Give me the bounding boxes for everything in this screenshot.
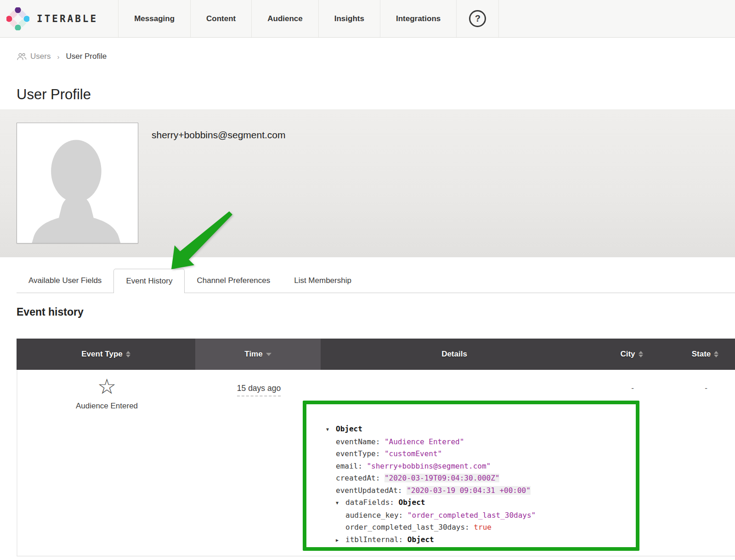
json-value: true	[474, 523, 492, 532]
nav-items: MessagingContentAudienceInsightsIntegrat…	[118, 0, 456, 37]
event-details-json: ▼ObjecteventName: "Audience Entered"even…	[306, 404, 636, 546]
json-line: eventName: "Audience Entered"	[326, 436, 631, 448]
json-line: createdAt: "2020-03-19T09:04:30.000Z"	[326, 472, 631, 485]
json-toggle-icon-closed[interactable]: ▶	[336, 534, 345, 547]
column-label-city: City	[620, 350, 635, 359]
sort-desc-icon	[266, 353, 271, 356]
time-cell: 15 days ago	[196, 384, 322, 393]
breadcrumb: Users › User Profile	[17, 52, 107, 61]
json-line: eventType: "customEvent"	[326, 448, 631, 460]
sort-arrows-icon	[126, 351, 130, 357]
tab-available-user-fields[interactable]: Available User Fields	[17, 269, 113, 293]
iterable-logo-icon	[6, 7, 29, 30]
json-value: Object	[407, 535, 434, 544]
column-header-city[interactable]: City	[588, 339, 675, 370]
profile-email: sherry+bobbins@segment.com	[152, 130, 286, 141]
json-line: ▼Object	[326, 423, 631, 436]
event-details-highlight-box: ▼ObjecteventName: "Audience Entered"even…	[303, 401, 639, 551]
sort-up-icon	[639, 351, 643, 354]
sort-down-icon	[266, 353, 271, 356]
help-icon: ?	[469, 10, 486, 27]
sort-up-icon	[714, 351, 718, 354]
city-cell: -	[589, 384, 676, 393]
json-value: "order_completed_last_30days"	[407, 511, 536, 520]
chevron-right-icon: ›	[57, 53, 59, 61]
breadcrumb-users-label: Users	[30, 52, 51, 61]
nav-item-messaging[interactable]: Messaging	[118, 0, 190, 37]
event-table-header: Event TypeTimeDetailsCityState	[17, 339, 735, 370]
json-value: "2020-03-19T09:04:30.000Z"	[384, 474, 499, 482]
json-line: eventUpdatedAt: "2020-03-19 09:04:31 +00…	[326, 485, 631, 497]
json-key: dataFields:	[345, 498, 399, 507]
json-key: order_completed_last_30days:	[345, 523, 474, 532]
column-label-time: Time	[244, 350, 262, 359]
avatar-placeholder-icon	[17, 123, 138, 243]
json-line: ▼dataFields: Object	[326, 497, 631, 509]
nav-item-audience[interactable]: Audience	[251, 0, 318, 37]
nav-item-content[interactable]: Content	[190, 0, 251, 37]
top-nav: ITERABLE MessagingContentAudienceInsight…	[0, 0, 735, 38]
custom-event-star-icon: ☆	[17, 376, 196, 397]
tab-list-membership[interactable]: List Membership	[282, 269, 363, 293]
state-cell: -	[676, 384, 735, 393]
breadcrumb-current: User Profile	[66, 52, 107, 61]
brand[interactable]: ITERABLE	[0, 0, 118, 37]
users-icon	[17, 53, 27, 61]
breadcrumb-users-link[interactable]: Users	[17, 52, 51, 61]
json-line: order_completed_last_30days: true	[326, 521, 631, 534]
event-type-cell: ☆ Audience Entered	[17, 376, 196, 411]
profile-tabs: Available User FieldsEvent HistoryChanne…	[17, 269, 735, 293]
json-line: audience_key: "order_completed_last_30da…	[326, 509, 631, 522]
sort-arrows-icon	[714, 351, 718, 357]
sort-down-icon	[639, 355, 643, 357]
page-title: User Profile	[17, 86, 91, 103]
json-key: audience_key:	[345, 511, 407, 520]
json-key: email:	[336, 462, 367, 470]
json-toggle-icon-open[interactable]: ▼	[326, 424, 336, 436]
avatar	[17, 123, 138, 243]
column-label-details: Details	[441, 350, 467, 359]
brand-wordmark: ITERABLE	[37, 13, 98, 24]
json-line: ▶itblInternal: Object	[326, 534, 631, 547]
event-type-label: Audience Entered	[17, 402, 196, 411]
nav-item-integrations[interactable]: Integrations	[380, 0, 456, 37]
sort-down-icon	[714, 355, 718, 357]
json-key: itblInternal:	[345, 535, 407, 544]
json-value: "sherry+bobbins@segment.com"	[367, 462, 491, 470]
event-table-row: ☆ Audience Entered 15 days ago - - ▼Obje…	[17, 370, 735, 556]
column-header-details[interactable]: Details	[321, 339, 588, 370]
event-history-heading: Event history	[17, 306, 84, 318]
json-key: createdAt:	[336, 474, 384, 482]
column-header-state[interactable]: State	[675, 339, 735, 370]
json-value: Object	[336, 424, 362, 433]
annotation-arrow	[158, 201, 239, 275]
json-value: "Audience Entered"	[384, 437, 464, 446]
json-value: Object	[399, 498, 425, 507]
json-line: email: "sherry+bobbins@segment.com"	[326, 460, 631, 473]
profile-hero: sherry+bobbins@segment.com	[0, 109, 735, 257]
sort-up-icon	[126, 351, 130, 354]
nav-item-insights[interactable]: Insights	[318, 0, 380, 37]
json-value: "2020-03-19 09:04:31 +00:00"	[407, 486, 531, 495]
column-label-state: State	[692, 350, 711, 359]
json-key: eventType:	[336, 449, 384, 458]
json-toggle-icon-open[interactable]: ▼	[336, 497, 345, 509]
column-header-time[interactable]: Time	[195, 339, 321, 370]
sort-arrows-icon	[639, 351, 643, 357]
sort-down-icon	[126, 355, 130, 357]
column-label-event-type: Event Type	[81, 350, 122, 359]
relative-time-link[interactable]: 15 days ago	[237, 384, 281, 396]
json-value: "customEvent"	[384, 449, 442, 458]
json-key: eventUpdatedAt:	[336, 486, 407, 495]
json-key: eventName:	[336, 437, 384, 446]
column-header-event-type[interactable]: Event Type	[17, 339, 195, 370]
help-button[interactable]: ?	[456, 0, 499, 37]
